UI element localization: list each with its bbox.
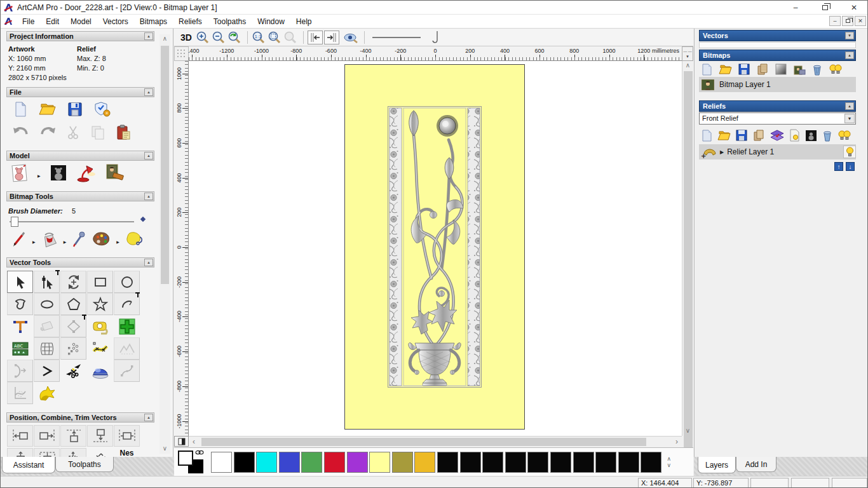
brush-slider-thumb[interactable] (11, 217, 18, 227)
block-paste-tool[interactable] (60, 337, 86, 360)
palette-scroll-down[interactable]: ∨ (665, 462, 674, 468)
tab-toolpaths[interactable]: Toolpaths (55, 457, 114, 472)
relief-visibility-button[interactable] (843, 146, 856, 158)
greyscale-relief-icon[interactable] (805, 130, 817, 142)
zoom-1to1-button[interactable]: 1:1 (252, 30, 266, 44)
fillet-tool[interactable] (7, 360, 33, 382)
palette-swatch-14[interactable] (527, 452, 548, 473)
toggle-relief-visibility-icon[interactable] (837, 129, 851, 142)
bitmap-layer-item[interactable]: Bitmap Layer 1 (699, 77, 856, 92)
collapse-button[interactable]: ▲ (144, 259, 153, 266)
menu-file[interactable]: File (17, 15, 40, 28)
relief-layer-item[interactable]: + ▶ Relief Layer 1 (699, 144, 856, 159)
palette-swatch-0[interactable] (211, 452, 232, 473)
align-bottom-tool[interactable] (87, 425, 113, 447)
paste-along-curve-tool[interactable]: ABC (7, 337, 33, 360)
palette-swatch-3[interactable] (279, 452, 300, 473)
create-ellipse-tool[interactable] (34, 293, 60, 315)
palette-swatch-2[interactable] (256, 452, 277, 473)
scroll-thumb[interactable] (684, 71, 693, 479)
relief-from-bitmap-icon[interactable] (789, 129, 800, 142)
expand-button[interactable]: ▼ (845, 32, 854, 39)
palette-swatch-6[interactable] (347, 452, 368, 473)
snap-next-toggle[interactable] (324, 30, 339, 44)
menu-toolpaths[interactable]: Toolpaths (208, 15, 252, 28)
flyout-arrow-icon[interactable]: ▶ (116, 240, 119, 244)
close-button[interactable]: ✕ (839, 1, 868, 15)
scroll-down-icon[interactable]: ∨ (159, 444, 170, 454)
collapse-button[interactable]: ▲ (845, 102, 854, 110)
delete-relief-icon[interactable] (822, 130, 832, 142)
align-top-tool[interactable] (60, 425, 86, 447)
menu-reliefs[interactable]: Reliefs (173, 15, 208, 28)
palette-swatch-15[interactable] (550, 452, 571, 473)
paste-icon[interactable] (115, 124, 132, 140)
tab-assistant[interactable]: Assistant (2, 457, 55, 473)
chevron-down-icon[interactable]: ▼ (844, 114, 855, 123)
palette-scroll-up[interactable]: ∧ (665, 456, 674, 462)
scroll-right-icon[interactable]: › (672, 437, 682, 446)
scroll-down-icon[interactable]: ∨ (682, 426, 693, 436)
flyout-arrow-icon[interactable]: ▶ (64, 240, 67, 244)
create-polygon-tool[interactable] (60, 293, 86, 315)
wrap-vectors-tool[interactable] (114, 337, 140, 360)
brush-slider-track[interactable] (10, 221, 134, 222)
create-border-tool[interactable] (34, 382, 60, 404)
fit-curve-tool[interactable] (87, 337, 113, 360)
canvas-vertical-scrollbar[interactable]: ∧ ∨ (682, 61, 693, 436)
ruler-units-dropdown[interactable]: — —▼ (682, 46, 693, 61)
zoom-previous-button[interactable] (227, 30, 241, 44)
link-colours-icon[interactable] (195, 449, 204, 456)
pick-colour-icon[interactable] (71, 231, 86, 247)
merge-reliefs-icon[interactable] (752, 129, 765, 142)
collapse-button[interactable]: ▲ (144, 88, 153, 96)
bitmap-thumbnail-icon[interactable] (793, 64, 806, 75)
save-model-icon[interactable] (67, 101, 83, 118)
palette-swatch-5[interactable] (324, 452, 345, 473)
create-text-tool[interactable] (7, 315, 33, 337)
section-profile-tool[interactable] (7, 382, 33, 404)
primary-secondary-colours[interactable] (177, 449, 208, 475)
greyscale-view-icon[interactable] (775, 64, 787, 75)
palette-swatch-18[interactable] (618, 452, 639, 473)
move-layer-down-button[interactable]: ↓ (846, 162, 855, 171)
palette-swatch-19[interactable] (641, 452, 661, 473)
menu-model[interactable]: Model (65, 15, 97, 28)
minimize-button[interactable]: – (781, 1, 810, 15)
tab-addin[interactable]: Add In (736, 457, 776, 472)
palette-swatch-13[interactable] (505, 452, 526, 473)
ruler-origin-button[interactable] (174, 46, 189, 61)
redo-icon[interactable] (39, 125, 57, 140)
reduce-colours-icon[interactable] (125, 231, 144, 247)
menu-window[interactable]: Window (252, 15, 290, 28)
collapse-button[interactable]: ▲ (144, 193, 153, 200)
scroll-up-icon[interactable]: ∧ (682, 61, 693, 71)
new-bitmap-icon[interactable] (701, 63, 712, 76)
artboard-door-relief[interactable] (344, 64, 525, 430)
join-vectors-tool[interactable] (114, 360, 140, 382)
cut-vectors-tool[interactable] (60, 360, 86, 382)
flyout-arrow-icon[interactable]: ▶ (32, 240, 36, 244)
open-model-icon[interactable] (39, 101, 57, 118)
scroll-thumb[interactable] (201, 438, 646, 446)
menu-vectors[interactable]: Vectors (97, 15, 134, 28)
lighting-material-icon[interactable] (76, 163, 96, 182)
collapse-button[interactable]: ▲ (144, 152, 153, 159)
palette-swatch-8[interactable] (392, 452, 413, 473)
align-right-tool[interactable] (34, 425, 60, 447)
scroll-left-icon[interactable]: ‹ (189, 437, 199, 446)
palette-swatch-16[interactable] (573, 452, 594, 473)
create-freehand-tool[interactable] (7, 293, 33, 315)
undo-icon[interactable] (12, 125, 30, 140)
zoom-objects-button[interactable] (283, 30, 297, 44)
flood-fill-icon[interactable] (41, 231, 58, 247)
create-star-tool[interactable] (87, 293, 113, 315)
assistant-scrollbar[interactable]: ∧ ∨ (159, 34, 170, 454)
nesting-tool[interactable]: Nes (114, 448, 140, 457)
create-rectangle-tool[interactable] (87, 271, 113, 293)
centre-in-page-tool[interactable] (7, 448, 33, 457)
move-layer-up-button[interactable]: ↑ (834, 162, 843, 171)
spread-copies-tool[interactable] (87, 448, 113, 457)
preview-button[interactable] (343, 31, 358, 44)
canvas-horizontal-scrollbar[interactable]: ‹ › (189, 436, 682, 447)
